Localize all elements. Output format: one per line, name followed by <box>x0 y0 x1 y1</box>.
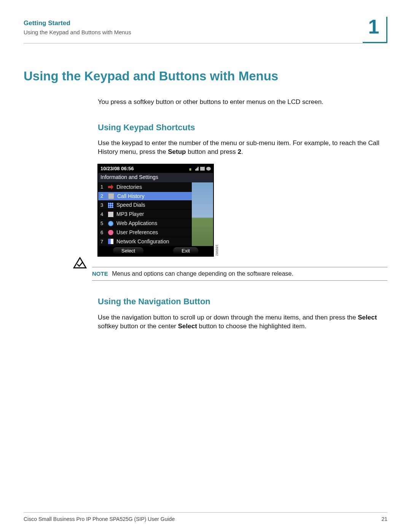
lcd-panel-title: Information and Settings <box>98 173 213 182</box>
call-history-icon <box>108 193 114 199</box>
header-section: Getting Started <box>24 19 387 28</box>
lcd-item-label: Speed Dials <box>116 201 145 209</box>
section-shortcuts: Using Keypad Shortcuts Use the keypad to… <box>98 122 384 257</box>
lcd-item-label: Web Applications <box>116 220 157 227</box>
lcd-softkeys: Select Exit <box>98 246 213 256</box>
svg-marker-0 <box>74 258 86 268</box>
status-icon <box>200 167 205 171</box>
section-navigation: Using the Navigation Button Use the navi… <box>98 296 384 331</box>
lcd-menu-item: 4 MP3 Player <box>98 209 192 219</box>
lcd-item-number: 6 <box>100 229 105 236</box>
shortcuts-bold-setup: Setup <box>168 148 186 155</box>
note-label: NOTE <box>92 270 108 277</box>
lcd-menu-item: 1 Directories <box>98 182 192 192</box>
nav-heading: Using the Navigation Button <box>98 296 384 307</box>
lcd-item-number: 4 <box>100 211 105 218</box>
page-root: Getting Started Using the Keypad and But… <box>24 19 387 523</box>
nav-body-pre: Use the navigation button to scroll up o… <box>98 314 358 321</box>
nav-body: Use the navigation button to scroll up o… <box>98 313 384 331</box>
figure-id: 189982 <box>215 244 219 256</box>
header-rule <box>24 43 387 43</box>
lcd-menu-item: 7 Network Configuration <box>98 237 192 246</box>
lcd-menu-item-selected: 2 Call History <box>98 192 192 201</box>
note-icon <box>73 257 87 269</box>
nav-bold-select1: Select <box>358 314 377 321</box>
intro-text: You press a softkey button or other butt… <box>98 98 384 107</box>
preferences-icon <box>108 230 113 235</box>
lcd-screenshot: 10/23/08 06:56 Information and Settings … <box>98 164 213 256</box>
note-rule-top <box>92 267 387 267</box>
note-body: NOTE Menus and options can change depend… <box>92 267 387 281</box>
lcd-menu-item: 6 User Preferences <box>98 228 192 237</box>
lcd-item-number: 7 <box>100 238 105 245</box>
note-text: Menus and options can change depending o… <box>112 270 293 277</box>
lcd-item-number: 5 <box>100 220 105 227</box>
footer-page-number: 21 <box>381 516 387 523</box>
footer-title: Cisco Small Business Pro IP Phone SPA525… <box>24 516 175 523</box>
lcd-item-label: Call History <box>117 193 145 200</box>
header-subsection: Using the Keypad and Buttons with Menus <box>24 29 387 36</box>
lcd-item-number: 3 <box>100 202 105 209</box>
chapter-number-badge: 1 <box>363 17 387 43</box>
shortcuts-body-post: . <box>241 148 243 155</box>
lcd-softkey-exit: Exit <box>173 247 198 255</box>
note-block: NOTE Menus and options can change depend… <box>73 267 387 281</box>
lcd-softkey-select: Select <box>113 247 143 255</box>
shortcuts-body-mid: button and press <box>186 148 237 155</box>
page-footer: Cisco Small Business Pro IP Phone SPA525… <box>24 512 387 523</box>
lcd-item-label: Directories <box>116 184 142 191</box>
lcd-menu: 1 Directories 2 Call History 3 Speed Dia… <box>98 182 192 246</box>
lcd-datetime: 10/23/08 06:56 <box>100 165 134 172</box>
mp3-icon <box>108 212 113 217</box>
speed-dials-icon <box>108 203 113 208</box>
web-icon <box>108 221 113 226</box>
shortcuts-body: Use the keypad to enter the number of th… <box>98 139 384 157</box>
lock-icon <box>188 167 193 171</box>
lcd-item-number: 2 <box>100 193 105 200</box>
lcd-item-label: Network Configuration <box>116 238 169 245</box>
lcd-statusbar: 10/23/08 06:56 <box>98 165 213 173</box>
shortcuts-bold-2: 2 <box>238 148 241 155</box>
lcd-menu-item: 5 Web Applications <box>98 219 192 228</box>
note-rule-bottom <box>92 280 387 281</box>
signal-icon <box>194 167 199 171</box>
lcd-item-label: MP3 Player <box>116 211 144 218</box>
network-icon <box>108 239 113 244</box>
lcd-item-label: User Preferences <box>116 229 158 236</box>
bluetooth-icon <box>206 167 211 171</box>
page-title: Using the Keypad and Buttons with Menus <box>24 68 387 85</box>
lcd-scene: 1 Directories 2 Call History 3 Speed Dia… <box>98 182 213 246</box>
nav-body-mid: softkey button or the center <box>98 323 178 330</box>
lcd-status-icons <box>188 167 211 171</box>
page-header: Getting Started Using the Keypad and But… <box>24 19 387 55</box>
shortcuts-heading: Using Keypad Shortcuts <box>98 122 384 133</box>
directories-icon <box>108 184 113 190</box>
intro-block: You press a softkey button or other butt… <box>98 98 384 107</box>
nav-bold-select2: Select <box>178 323 197 330</box>
nav-body-post: button to choose the highlighted item. <box>197 323 306 330</box>
lcd-menu-item: 3 Speed Dials <box>98 200 192 209</box>
lcd-item-number: 1 <box>100 184 105 190</box>
